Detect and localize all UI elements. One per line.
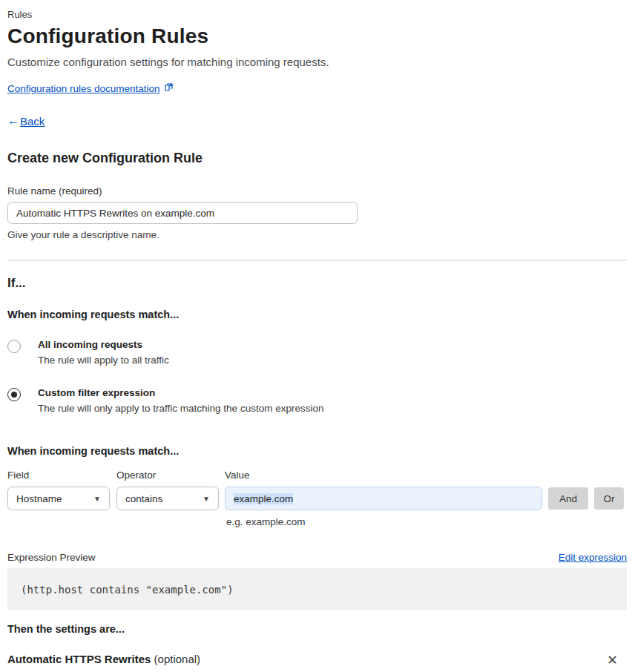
page-title: Configuration Rules <box>7 24 627 48</box>
configuration-rules-page: Rules Configuration Rules Customize conf… <box>0 0 632 672</box>
breadcrumb: Rules <box>7 9 627 20</box>
radio-description: The rule will only apply to traffic matc… <box>38 403 323 414</box>
field-select[interactable]: Hostname ▼ <box>7 487 110 510</box>
page-subtitle: Customize configuration settings for mat… <box>7 56 627 68</box>
documentation-link[interactable]: Configuration rules documentation <box>7 83 160 94</box>
optional-tag: (optional) <box>151 653 200 665</box>
expression-preview-box: (http.host contains "example.com") <box>7 568 627 610</box>
expression-preview-label: Expression Preview <box>7 552 96 563</box>
expression-builder-row: Field Hostname ▼ Operator contains ▼ Val… <box>7 470 627 510</box>
value-input[interactable]: example.com <box>225 487 542 510</box>
setting-name: Automatic HTTPS Rewrites (optional) <box>7 653 200 665</box>
external-link-icon <box>164 82 174 94</box>
create-rule-heading: Create new Configuration Rule <box>7 151 627 166</box>
value-input-text: example.com <box>234 493 293 504</box>
setting-name-bold: Automatic HTTPS Rewrites <box>7 653 151 665</box>
operator-column: Operator contains ▼ <box>116 470 219 510</box>
radio-option-all-requests[interactable]: All incoming requests The rule will appl… <box>7 339 627 366</box>
setting-header-row: Automatic HTTPS Rewrites (optional) ✕ <box>7 653 627 667</box>
radio-texts: All incoming requests The rule will appl… <box>38 339 169 366</box>
chevron-down-icon: ▼ <box>203 495 210 503</box>
radio-texts: Custom filter expression The rule will o… <box>38 387 323 414</box>
or-button[interactable]: Or <box>594 487 624 510</box>
match-heading: When incoming requests match... <box>7 309 627 320</box>
field-select-value: Hostname <box>16 493 62 504</box>
radio-label: All incoming requests <box>38 339 169 350</box>
back-link[interactable]: Back <box>20 115 45 128</box>
radio-description: The rule will apply to all traffic <box>38 355 169 366</box>
builder-heading: When incoming requests match... <box>7 445 627 457</box>
chevron-down-icon: ▼ <box>93 495 101 503</box>
radio-label: Custom filter expression <box>38 387 323 398</box>
expression-code: (http.host contains "example.com") <box>7 584 234 596</box>
and-button[interactable]: And <box>548 487 588 510</box>
back-link-row: ← Back <box>7 114 627 128</box>
edit-expression-link[interactable]: Edit expression <box>559 552 627 563</box>
operator-select[interactable]: contains ▼ <box>116 487 219 510</box>
back-arrow-icon: ← <box>7 114 19 128</box>
radio-button-selected[interactable] <box>7 388 21 401</box>
section-divider <box>7 260 627 261</box>
radio-option-custom-filter[interactable]: Custom filter expression The rule will o… <box>7 387 627 414</box>
documentation-link-row: Configuration rules documentation <box>7 82 627 94</box>
field-column: Field Hostname ▼ <box>7 470 110 510</box>
operator-label: Operator <box>116 470 219 481</box>
field-label: Field <box>7 470 110 481</box>
rule-name-help: Give your rule a descriptive name. <box>7 229 627 240</box>
if-heading: If... <box>7 276 627 291</box>
rule-name-input[interactable] <box>7 202 358 224</box>
operator-select-value: contains <box>125 493 162 504</box>
value-column: Value example.com <box>225 470 542 510</box>
value-label: Value <box>225 470 542 481</box>
rule-name-label: Rule name (required) <box>7 185 627 197</box>
close-icon[interactable]: ✕ <box>607 653 618 667</box>
then-settings-heading: Then the settings are... <box>7 623 627 635</box>
value-hint: e.g. example.com <box>226 516 627 527</box>
expression-preview-row: Expression Preview Edit expression <box>7 552 627 563</box>
radio-button-unselected[interactable] <box>7 340 21 353</box>
